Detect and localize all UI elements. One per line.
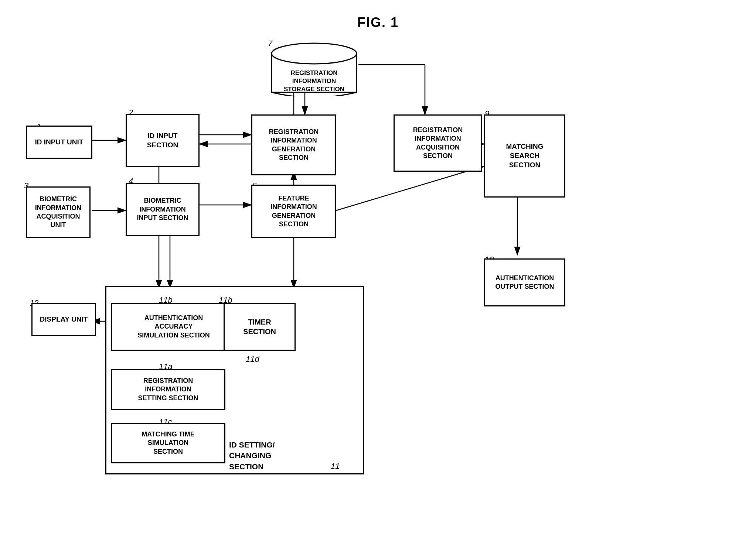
- id-setting-changing-label: ID SETTING/ CHANGING SECTION: [229, 439, 275, 472]
- timer-section-box: TIMER SECTION: [224, 303, 296, 351]
- id-input-unit-box: ID INPUT UNIT: [26, 126, 92, 159]
- matching-time-simulation-box: MATCHING TIME SIMULATION SECTION: [111, 423, 225, 463]
- registration-info-generation-box: REGISTRATION INFORMATION GENERATION SECT…: [251, 114, 336, 175]
- registration-info-storage-cylinder: REGISTRATION INFORMATION STORAGE SECTION: [270, 41, 358, 96]
- diagram-container: FIG. 1: [0, 0, 756, 535]
- fig-title: FIG. 1: [357, 15, 399, 30]
- auth-accuracy-simulation-box: AUTHENTICATION ACCURACY SIMULATION SECTI…: [111, 303, 236, 351]
- registration-info-acquisition-box: REGISTRATION INFORMATION ACQUISITION SEC…: [394, 114, 482, 172]
- id-input-section-box: ID INPUT SECTION: [126, 114, 200, 167]
- label-11: 11: [331, 462, 340, 471]
- label-11d: 11d: [246, 354, 259, 364]
- display-unit-box: DISPLAY UNIT: [31, 303, 96, 336]
- matching-search-section-box: MATCHING SEARCH SECTION: [484, 114, 565, 198]
- authentication-output-section-box: AUTHENTICATION OUTPUT SECTION: [484, 258, 565, 306]
- registration-info-setting-box: REGISTRATION INFORMATION SETTING SECTION: [111, 369, 225, 410]
- feature-info-generation-box: FEATURE INFORMATION GENERATION SECTION: [251, 185, 336, 238]
- biometric-acquisition-unit-box: BIOMETRIC INFORMATION ACQUISITION UNIT: [26, 186, 91, 238]
- svg-line-12: [336, 166, 484, 210]
- biometric-input-section-box: BIOMETRIC INFORMATION INPUT SECTION: [126, 183, 200, 236]
